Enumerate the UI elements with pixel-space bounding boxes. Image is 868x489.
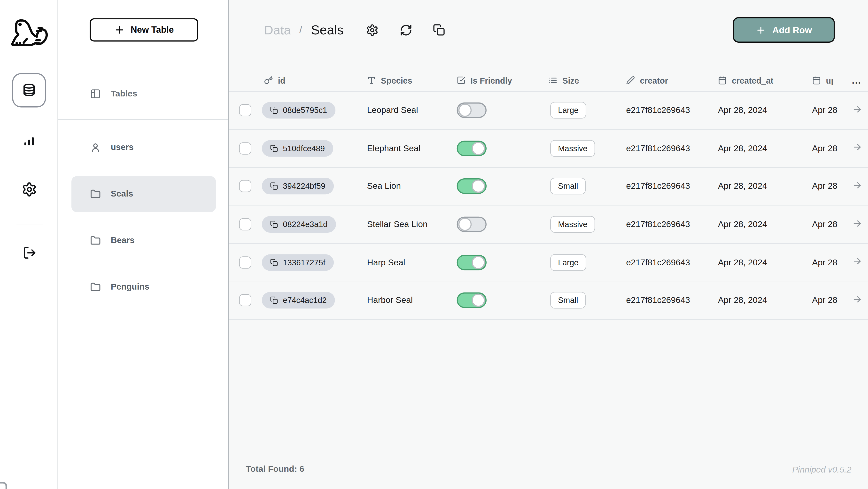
row-id-chip[interactable]: 510dfce489 [262, 140, 333, 157]
add-row-button[interactable]: Add Row [733, 17, 835, 42]
total-found-label: Total Found: 6 [246, 464, 304, 474]
column-header-is-friendly: Is Friendly [457, 76, 549, 85]
open-row-button[interactable] [852, 256, 863, 267]
row-checkbox[interactable] [239, 256, 251, 268]
created-at-cell: Apr 28, 2024 [718, 257, 767, 267]
creator-cell: e217f81c269643 [626, 257, 690, 267]
open-row-button[interactable] [852, 294, 863, 305]
sidebar: New Table Tables users Seals Bears [58, 0, 228, 489]
creator-cell: e217f81c269643 [626, 181, 690, 191]
sidebar-item-penguins[interactable]: Penguins [71, 269, 216, 305]
toggle-knob [471, 256, 485, 269]
open-row-button[interactable] [852, 142, 863, 153]
creator-cell: e217f81c269643 [626, 219, 690, 229]
copy-icon [270, 221, 278, 228]
updated-at-cell: Apr 28, 2024 [812, 219, 837, 229]
sidebar-item-label: Penguins [111, 282, 149, 292]
row-checkbox[interactable] [239, 294, 251, 306]
sidebar-item-label: Seals [111, 189, 133, 199]
toggle-knob [471, 180, 485, 193]
sidebar-item-seals[interactable]: Seals [71, 176, 216, 212]
created-at-cell: Apr 28, 2024 [718, 106, 767, 115]
species-cell: Harbor Seal [367, 295, 413, 305]
open-row-button[interactable] [852, 218, 863, 229]
row-id-chip[interactable]: e74c4ac1d2 [262, 292, 335, 309]
more-columns-button[interactable]: ... [852, 76, 868, 85]
toggle-knob [459, 104, 472, 117]
nav-database-button[interactable] [12, 73, 46, 108]
page-title: Seals [311, 23, 343, 37]
new-table-label: New Table [130, 25, 174, 35]
species-cell: Leopard Seal [367, 106, 418, 115]
sidebar-item-tables[interactable]: Tables [90, 84, 137, 103]
updated-at-cell: Apr 28, 2024 [812, 143, 837, 153]
row-id-chip[interactable]: 08de5795c1 [262, 102, 335, 119]
column-header-created-at: created_at [718, 76, 812, 85]
size-badge: Small [550, 178, 586, 195]
logout-button[interactable] [23, 246, 37, 260]
creator-cell: e217f81c269643 [626, 295, 690, 305]
is-friendly-toggle[interactable] [457, 292, 487, 308]
table-header-row: id Species Is Friendly Size creator crea… [228, 60, 868, 92]
nav-settings-button[interactable] [22, 182, 37, 197]
table-row: 08de5795c1 Leopard Seal Large e217f81c26… [228, 92, 868, 130]
open-row-button[interactable] [852, 104, 863, 115]
table-row: 08224e3a1d Stellar Sea Lion Massive e217… [228, 206, 868, 244]
row-id-value: 133617275f [283, 258, 325, 267]
row-id-value: 08de5795c1 [283, 106, 327, 115]
toggle-knob [459, 218, 472, 231]
column-header-creator: creator [626, 76, 718, 85]
species-cell: Elephant Seal [367, 143, 421, 153]
is-friendly-toggle[interactable] [457, 141, 487, 156]
copy-icon [270, 182, 278, 190]
row-checkbox[interactable] [239, 218, 251, 230]
creator-cell: e217f81c269643 [626, 143, 690, 153]
is-friendly-toggle[interactable] [457, 179, 487, 194]
folder-icon [90, 189, 101, 199]
is-friendly-toggle[interactable] [457, 217, 487, 232]
icon-rail [0, 0, 58, 489]
row-id-chip[interactable]: 394224bf59 [262, 178, 334, 195]
refresh-button[interactable] [400, 23, 413, 36]
table-body: 08de5795c1 Leopard Seal Large e217f81c26… [228, 92, 868, 320]
created-at-cell: Apr 28, 2024 [718, 143, 767, 153]
copy-icon [270, 296, 278, 304]
creator-cell: e217f81c269643 [626, 106, 690, 115]
row-checkbox[interactable] [239, 104, 251, 116]
folder-icon [90, 235, 101, 246]
new-table-button[interactable]: New Table [90, 18, 198, 41]
breadcrumb-root[interactable]: Data [264, 23, 291, 37]
column-header-species: Species [367, 76, 457, 85]
is-friendly-toggle[interactable] [457, 103, 487, 118]
type-icon [367, 76, 376, 85]
created-at-cell: Apr 28, 2024 [718, 181, 767, 191]
row-checkbox[interactable] [239, 180, 251, 193]
row-checkbox[interactable] [239, 142, 251, 154]
toggle-knob [471, 294, 485, 307]
copy-table-button[interactable] [433, 23, 446, 36]
row-id-value: e74c4ac1d2 [283, 296, 327, 305]
list-icon [549, 76, 558, 85]
updated-at-cell: Apr 28, 2024 [812, 181, 837, 191]
app-window: New Table Tables users Seals Bears [0, 0, 868, 489]
size-badge: Small [550, 292, 586, 309]
nav-chart-button[interactable] [22, 133, 36, 147]
breadcrumb-separator: / [299, 24, 302, 36]
row-id-value: 510dfce489 [283, 144, 325, 153]
is-friendly-toggle[interactable] [457, 255, 487, 270]
open-row-button[interactable] [852, 180, 863, 191]
copy-icon [270, 107, 278, 114]
table-icon [90, 88, 101, 99]
table-row: 510dfce489 Elephant Seal Massive e217f81… [228, 130, 868, 168]
main-content: Data / Seals Add Row [228, 0, 868, 489]
row-id-chip[interactable]: 08224e3a1d [262, 216, 336, 233]
copy-icon [270, 259, 278, 266]
sidebar-item-bears[interactable]: Bears [71, 223, 216, 259]
table-settings-button[interactable] [366, 23, 379, 36]
plus-icon [756, 25, 766, 35]
app-version-label: Pinniped v0.5.2 [792, 465, 851, 475]
calendar-icon [812, 76, 821, 85]
created-at-cell: Apr 28, 2024 [718, 295, 767, 305]
sidebar-item-users[interactable]: users [71, 130, 216, 166]
row-id-chip[interactable]: 133617275f [262, 254, 334, 271]
